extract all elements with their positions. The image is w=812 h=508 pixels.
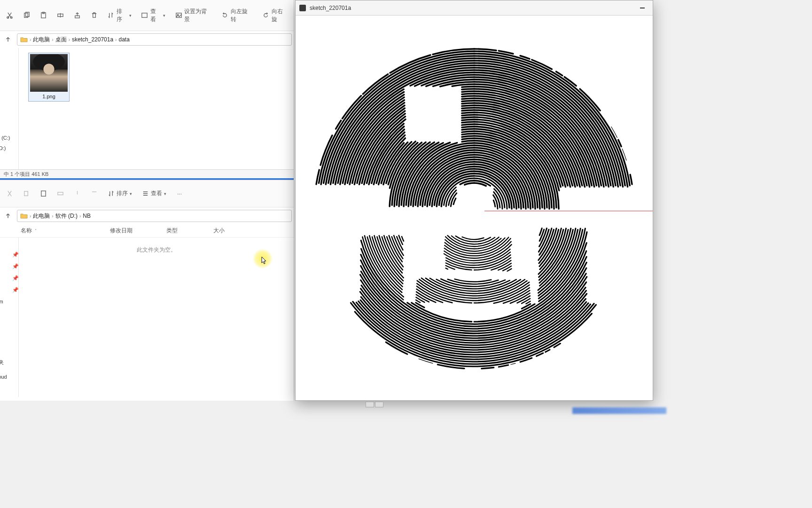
processing-window: sketch_220701a [295,0,653,401]
status-text: 中 1 个项目 461 KB [4,171,48,177]
empty-folder-text: 此文件夹为空。 [137,246,176,253]
nav-item[interactable]: 0 (C:) [0,133,10,143]
explorer-window-bottom: 排序 ▾ 查看 ▾ ··· › 此电脑 › 软件 (D:) › NB 名称˄ 修… [0,180,294,401]
setbg-label: 设置为背景 [184,8,212,24]
column-type[interactable]: 类型 [166,227,213,235]
col-label: 修改日期 [110,227,133,234]
share-icon [73,12,81,19]
toolbar-bottom: 排序 ▾ 查看 ▾ ··· [0,180,294,207]
sketch-canvas [296,16,653,400]
column-date[interactable]: 修改日期 [110,227,166,235]
address-row-top: › 此电脑 › 桌面 › sketch_220701a › data [0,31,294,48]
crumb[interactable]: 桌面 [55,36,67,44]
up-button[interactable] [2,210,14,222]
nav-item[interactable]: 件夹 [0,359,4,366]
cut-button[interactable] [3,9,16,22]
chevron-down-icon: ▾ [163,13,165,18]
copy-button [20,187,33,200]
sort-button[interactable]: 排序 ▾ [104,5,134,26]
svg-rect-8 [142,13,147,17]
cut-icon [6,12,13,19]
file-pane-bottom: 📌 📌 📌 📌 com sk 件夹 Cloud e 此文件夹为空。 [0,238,294,397]
rename-icon [56,12,64,19]
taskbar-blur [572,407,666,414]
rename-button [54,187,67,200]
cursor-icon [261,256,267,265]
nav-item[interactable]: (D:) [0,143,10,153]
progress-scan-line [484,211,653,211]
copy-button[interactable] [20,9,33,22]
share-button[interactable] [70,9,84,22]
chevron-right-icon: › [30,37,31,42]
sort-asc-icon: ˄ [35,229,37,233]
rotate-left-button[interactable]: 向左旋转 [219,5,256,26]
chevron-right-icon: › [69,37,70,42]
nav-item[interactable]: com [0,299,3,304]
rotate-right-icon [262,12,270,19]
processing-titlebar[interactable]: sketch_220701a [296,0,653,16]
paste-icon [39,190,47,198]
up-button[interactable] [2,33,14,46]
line-art-portrait [305,21,643,388]
more-button[interactable]: ··· [173,187,186,200]
explorer-window-top: 排序 ▾ 查看 ▾ 设置为背景 向左旋转 向右旋 › 此电脑 › 桌面 › [0,0,294,179]
pin-icon: 📌 [12,275,19,281]
crumb[interactable]: 此电脑 [33,212,50,220]
column-size[interactable]: 大小 [213,227,251,235]
column-header-row[interactable]: 名称˄ 修改日期 类型 大小 [0,224,294,238]
view-button[interactable]: 查看 ▾ [139,187,169,200]
set-background-button[interactable]: 设置为背景 [172,5,215,26]
nav-tree-top[interactable]: 0 (C:) (D:) [0,48,19,169]
nav-tree-bottom[interactable]: 📌 📌 📌 📌 com sk 件夹 Cloud e [0,238,19,397]
minimize-button[interactable] [636,3,649,13]
file-thumbnail[interactable]: 1.png [28,53,70,102]
pin-icon: 📌 [12,287,19,293]
svg-rect-13 [57,192,62,195]
svg-rect-11 [24,191,28,196]
crumb[interactable]: data [118,36,129,43]
folder-icon [20,36,28,43]
chevron-right-icon: › [115,37,117,42]
rotate-left-icon [221,12,229,19]
address-row-bottom: › 此电脑 › 软件 (D:) › NB [0,207,294,224]
rotate-left-label: 向左旋转 [231,8,253,24]
cut-button [3,187,16,200]
view-button[interactable]: 查看 ▾ [138,5,168,26]
delete-button [87,187,101,200]
view-label: 查看 [151,190,162,198]
crumb[interactable]: NB [83,213,91,219]
file-list-empty[interactable]: 此文件夹为空。 [19,238,294,397]
breadcrumb[interactable]: › 此电脑 › 软件 (D:) › NB [17,210,292,222]
processing-app-icon [299,5,306,11]
chevron-down-icon: ▾ [130,191,132,196]
col-label: 大小 [213,227,225,234]
status-bar-top: 中 1 个项目 461 KB [0,169,294,179]
taskbar-thumbnails[interactable] [366,402,386,408]
paste-button[interactable] [37,9,50,22]
nav-item[interactable]: Cloud [0,374,7,380]
breadcrumb[interactable]: › 此电脑 › 桌面 › sketch_220701a › data [17,33,292,46]
rename-button[interactable] [54,9,67,22]
crumb[interactable]: 软件 (D:) [55,212,78,220]
chevron-right-icon: › [52,214,53,219]
copy-icon [23,12,30,19]
col-label: 名称 [21,227,32,235]
crumb[interactable]: 此电脑 [33,36,50,44]
chevron-right-icon: › [30,214,31,219]
rename-icon [56,190,64,198]
paste-button[interactable] [37,187,50,200]
share-icon [73,190,81,198]
svg-rect-12 [41,191,45,196]
paste-icon [39,12,47,19]
crumb[interactable]: sketch_220701a [72,36,113,43]
file-grid[interactable]: 1.png [19,48,294,169]
pin-icon: 📌 [12,263,19,270]
sort-button[interactable]: 排序 ▾ [104,187,135,200]
image-icon [175,12,182,19]
cut-icon [6,190,13,198]
rotate-right-button[interactable]: 向右旋 [259,5,291,26]
column-name[interactable]: 名称˄ [21,227,110,235]
pin-icon: 📌 [12,252,19,258]
delete-button[interactable] [87,9,101,22]
more-icon: ··· [176,190,183,198]
